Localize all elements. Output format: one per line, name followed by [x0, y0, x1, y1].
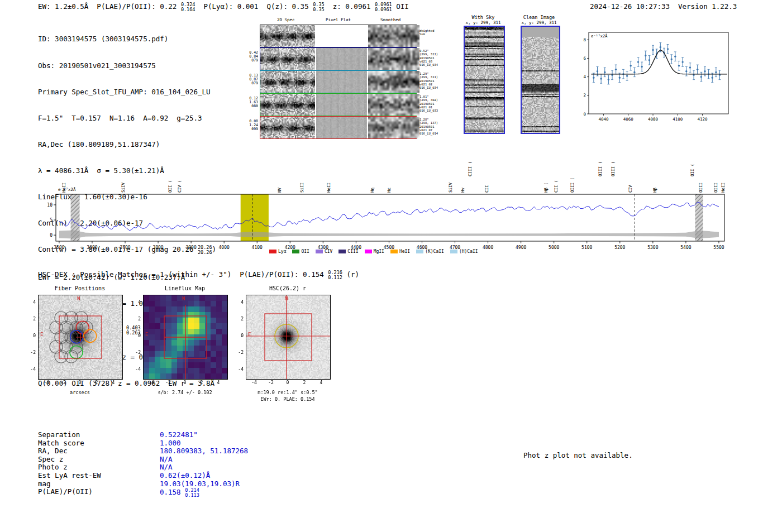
emission-line-label: SiIV [448, 182, 453, 193]
match-field-value: 0.522481" [160, 431, 198, 439]
y-tick-label: 0 [50, 233, 53, 238]
elixer-detection-report: EW: 1.2±0.5Å P(LAE)/P(OII): 0.22 0.3240.… [0, 0, 782, 532]
data-point [712, 77, 713, 79]
spec2d-image [260, 48, 315, 70]
spectrum-legend: LyαOIICIVCIIIMgIIHeII(K)CaII(H)CaII [269, 249, 478, 254]
data-point [700, 76, 702, 78]
col-header-2dspec: 2D Spec [260, 17, 312, 22]
spec2d-row [260, 93, 417, 116]
x-tick-label: 4080 [648, 117, 659, 122]
x-tick-label: 5200 [614, 245, 625, 250]
emission-line-label: SiIV [121, 182, 126, 193]
hsc-plae-sub: 0.112 [328, 275, 342, 280]
legend-item: Lyα [269, 249, 286, 254]
y-tick-label: 4 [232, 300, 244, 305]
qz-sub: 0.35 [313, 7, 324, 12]
spec2d-right-label: 016_LU_034 [419, 63, 438, 66]
data-point [671, 58, 673, 60]
match-field-value: 180.809383, 51.187268 [160, 447, 248, 456]
emission-line-label: NV [277, 187, 282, 193]
smoothed-image [368, 117, 419, 138]
legend-label: (K)CaII [425, 249, 444, 254]
header-classification: OII [392, 2, 409, 11]
hsc-dex-band: (r) [342, 270, 359, 279]
spec2d-row-right-labels: WeightedSum [419, 29, 435, 36]
error-band [59, 231, 719, 239]
x-tick-label: 5400 [680, 245, 691, 250]
info-line-primary-slot: Primary Spec_Slot_IFU_AMP: 016_104_026_L… [38, 88, 216, 97]
x-tick-label: 5500 [713, 245, 724, 250]
y-tick-label: 0 [583, 112, 586, 117]
match-field-label: Photo z [38, 463, 160, 472]
y-tick-label: 2 [583, 93, 586, 98]
data-point [619, 77, 621, 79]
x-tick-label: 3700 [120, 245, 130, 250]
match-table-row: RA, Dec180.809383, 51.187268 [38, 447, 248, 456]
data-point [685, 70, 687, 72]
x-tick-label: -2 [58, 380, 69, 385]
x-tick-label: 4060 [623, 117, 634, 122]
spec2d-row-left-labels: 0.130.87079 [244, 74, 258, 85]
match-field-value: 0.62(±0.12)Å [160, 472, 210, 480]
emission-line-label: HeII [721, 183, 726, 193]
spec2d-right-label: 016_LU_033 [419, 109, 438, 112]
y-tick-label: 0 [130, 333, 141, 338]
legend-swatch [365, 250, 372, 253]
legend-swatch [416, 250, 423, 253]
pixelflat-image [316, 48, 367, 70]
match-field-label: RA, Dec [38, 447, 160, 456]
spec2d-row-right-labels: 1.28"(298, 137)20190501v021_07016_LU_014 [419, 118, 438, 135]
x-tick-label: 2 [91, 380, 102, 385]
spec2d-column-headers: 2D Spec Pixel Flat Smoothed [260, 17, 417, 22]
clean-image-xy: x, y: 299, 311 [514, 20, 564, 25]
inset-ylabel: e⁻¹⁷x2Å [591, 33, 608, 39]
header-plya-qz: P(Lyα): 0.001 Q(z): 0.35 [195, 2, 313, 11]
x-tick-label: 3600 [87, 245, 97, 250]
compass-east-label: E [145, 332, 148, 337]
lineflux-map-cutout: Lineflux Map N E s/b: 2.74 +/- 0.102 -4-… [126, 284, 238, 413]
hsc-caption-ewr: EWr: 0. PLAE: 0.154 [232, 396, 344, 402]
x-tick-label: 4040 [599, 117, 609, 122]
z-range: 0.09610.0961 [375, 2, 392, 12]
photz-note: Phot z plot not available. [523, 451, 633, 459]
y-tick-label: 0 [232, 333, 244, 338]
spec2d-image [260, 25, 315, 47]
fiber-positions-image [38, 295, 123, 380]
summary-header: EW: 1.2±0.5Å P(LAE)/P(OII): 0.22 0.3240.… [38, 2, 409, 12]
emission-line-label: OIII ( [611, 161, 616, 176]
with-sky-xy: x, y: 299, 311 [458, 20, 508, 25]
legend-swatch [338, 250, 346, 253]
x-tick-label: 4100 [252, 245, 263, 250]
lineflux-caption: s/b: 2.74 +/- 0.102 [129, 390, 241, 395]
data-point [649, 59, 650, 61]
data-point [615, 69, 617, 70]
emission-line-label: Hγ [460, 187, 465, 193]
col-header-pixelflat: Pixel Flat [312, 17, 365, 22]
spec2d-row-left-labels: 0.081.24099 [244, 119, 258, 131]
legend-swatch [450, 250, 457, 253]
y-tick-label: 4 [130, 300, 141, 305]
emission-line-label: OIII [713, 183, 718, 193]
x-tick-label: -2 [265, 380, 276, 385]
z-sub: 0.0961 [375, 7, 392, 12]
x-tick-label: 0 [179, 380, 190, 385]
emission-line-label: Hη [370, 188, 375, 193]
y-tick-label: 2 [130, 317, 141, 322]
legend-label: (H)CaII [459, 249, 478, 254]
match-field-value: N/A [160, 463, 173, 472]
legend-label: OII [301, 249, 309, 254]
data-point [630, 65, 632, 66]
x-tick-label: 2 [196, 380, 207, 385]
data-point [641, 66, 642, 68]
emission-line-label: CIII ( [468, 161, 473, 176]
smoothed-image [368, 25, 419, 47]
legend-swatch [292, 250, 299, 253]
match-field-value: N/A [160, 456, 173, 464]
spec2d-right-label: (298, 137) [419, 121, 438, 124]
spec2d-row-left-labels: 0.420.84079 [244, 51, 258, 63]
x-tick-label: 3500 [54, 245, 64, 250]
hsc-r-title: HSC(26.2) r [232, 285, 344, 291]
compass-east-label: E [248, 332, 251, 337]
x-tick-label: 0 [282, 380, 293, 385]
spec2d-row-right-labels: 1.01"(299, 302)20190501v021_01016_LU_033 [419, 95, 438, 112]
